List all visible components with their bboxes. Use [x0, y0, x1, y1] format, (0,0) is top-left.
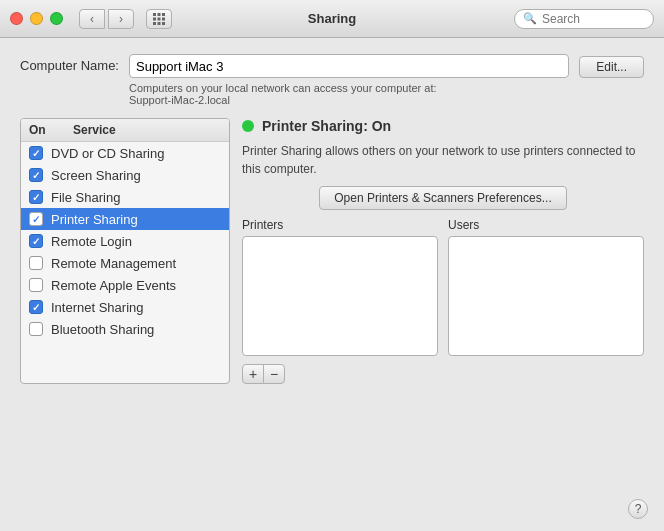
content-wrapper: Computer Name: Computers on your local n…: [0, 38, 664, 531]
service-name-screen-sharing: Screen Sharing: [51, 168, 141, 183]
title-bar: ‹ › Sharing 🔍: [0, 0, 664, 38]
computer-name-label: Computer Name:: [20, 54, 119, 73]
main-content: Computer Name: Computers on your local n…: [0, 38, 664, 400]
printers-list: [242, 236, 438, 356]
service-checkbox-file-sharing: [29, 190, 43, 204]
grid-icon: [152, 12, 166, 26]
service-item-remote-apple-events[interactable]: Remote Apple Events: [21, 274, 229, 296]
service-item-screen-sharing[interactable]: Screen Sharing: [21, 164, 229, 186]
service-item-remote-management[interactable]: Remote Management: [21, 252, 229, 274]
service-checkbox-remote-management: [29, 256, 43, 270]
services-header-on: On: [29, 123, 53, 137]
add-remove-row: + −: [242, 364, 644, 384]
service-name-remote-login: Remote Login: [51, 234, 132, 249]
service-item-remote-login[interactable]: Remote Login: [21, 230, 229, 252]
right-panel: Printer Sharing: On Printer Sharing allo…: [242, 118, 644, 384]
services-header-service: Service: [73, 123, 116, 137]
service-checkbox-printer-sharing: [29, 212, 43, 226]
edit-button[interactable]: Edit...: [579, 56, 644, 78]
users-label: Users: [448, 218, 644, 232]
computer-name-sub: Computers on your local network can acce…: [129, 82, 569, 106]
service-item-dvd-sharing[interactable]: DVD or CD Sharing: [21, 142, 229, 164]
computer-name-right: Computers on your local network can acce…: [129, 54, 569, 106]
window-controls: [10, 12, 63, 25]
open-prefs-button[interactable]: Open Printers & Scanners Preferences...: [319, 186, 566, 210]
grid-button[interactable]: [146, 9, 172, 29]
svg-rect-4: [158, 17, 161, 20]
svg-rect-6: [153, 22, 156, 25]
window-title: Sharing: [308, 11, 356, 26]
search-icon: 🔍: [523, 12, 537, 25]
svg-rect-0: [153, 13, 156, 16]
nav-buttons: ‹ ›: [79, 9, 134, 29]
service-name-printer-sharing: Printer Sharing: [51, 212, 138, 227]
status-row: Printer Sharing: On: [242, 118, 644, 134]
users-list: [448, 236, 644, 356]
service-name-file-sharing: File Sharing: [51, 190, 120, 205]
svg-rect-3: [153, 17, 156, 20]
services-area: On Service DVD or CD SharingScreen Shari…: [20, 118, 644, 384]
service-item-internet-sharing[interactable]: Internet Sharing: [21, 296, 229, 318]
svg-rect-5: [162, 17, 165, 20]
service-name-internet-sharing: Internet Sharing: [51, 300, 144, 315]
svg-rect-2: [162, 13, 165, 16]
status-dot: [242, 120, 254, 132]
printers-section: Printers: [242, 218, 438, 356]
service-item-bluetooth-sharing[interactable]: Bluetooth Sharing: [21, 318, 229, 340]
computer-name-input[interactable]: [129, 54, 569, 78]
search-input[interactable]: [542, 12, 645, 26]
forward-button[interactable]: ›: [108, 9, 134, 29]
remove-button[interactable]: −: [263, 364, 285, 384]
help-button[interactable]: ?: [628, 499, 648, 519]
service-name-remote-management: Remote Management: [51, 256, 176, 271]
printers-label: Printers: [242, 218, 438, 232]
service-checkbox-bluetooth-sharing: [29, 322, 43, 336]
service-checkbox-dvd-sharing: [29, 146, 43, 160]
add-button[interactable]: +: [242, 364, 264, 384]
minimize-button[interactable]: [30, 12, 43, 25]
svg-rect-8: [162, 22, 165, 25]
service-checkbox-remote-apple-events: [29, 278, 43, 292]
svg-rect-7: [158, 22, 161, 25]
printers-users-row: Printers Users: [242, 218, 644, 356]
service-name-bluetooth-sharing: Bluetooth Sharing: [51, 322, 154, 337]
services-header: On Service: [21, 119, 229, 142]
service-name-dvd-sharing: DVD or CD Sharing: [51, 146, 164, 161]
service-item-file-sharing[interactable]: File Sharing: [21, 186, 229, 208]
close-button[interactable]: [10, 12, 23, 25]
service-checkbox-internet-sharing: [29, 300, 43, 314]
service-checkbox-screen-sharing: [29, 168, 43, 182]
svg-rect-1: [158, 13, 161, 16]
search-bar[interactable]: 🔍: [514, 9, 654, 29]
services-list: DVD or CD SharingScreen SharingFile Shar…: [21, 142, 229, 340]
computer-name-row: Computer Name: Computers on your local n…: [20, 54, 644, 106]
service-name-remote-apple-events: Remote Apple Events: [51, 278, 176, 293]
service-item-printer-sharing[interactable]: Printer Sharing: [21, 208, 229, 230]
back-button[interactable]: ‹: [79, 9, 105, 29]
status-title: Printer Sharing: On: [262, 118, 391, 134]
description-text: Printer Sharing allows others on your ne…: [242, 142, 644, 178]
services-list-container: On Service DVD or CD SharingScreen Shari…: [20, 118, 230, 384]
maximize-button[interactable]: [50, 12, 63, 25]
users-section: Users: [448, 218, 644, 356]
service-checkbox-remote-login: [29, 234, 43, 248]
